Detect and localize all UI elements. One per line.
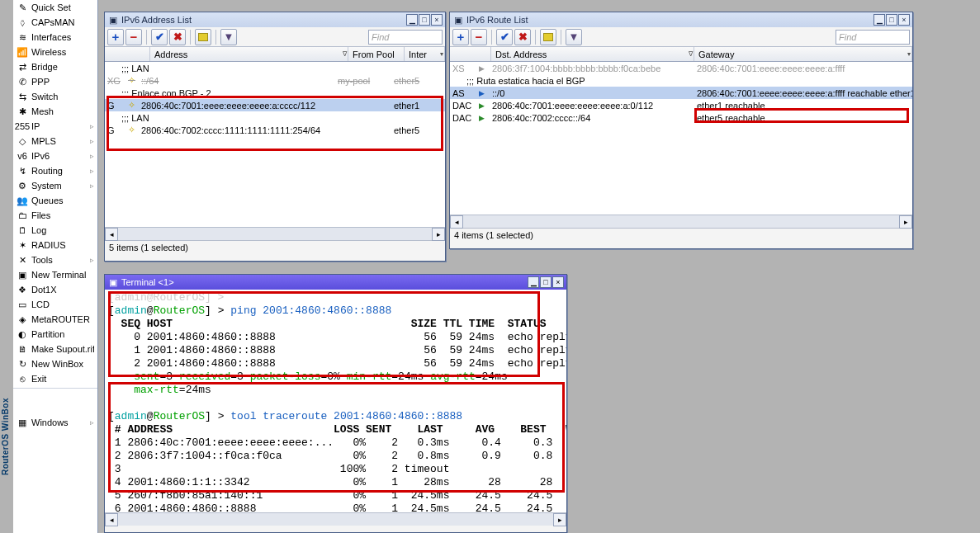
table-row[interactable]: DAC▶2806:40c:7001:eeee:eeee:eeee:a:0/112… <box>450 99 912 111</box>
menu-item-partition[interactable]: ◐Partition <box>13 327 97 342</box>
menu-item-windows[interactable]: ▦Windows▹ <box>13 415 97 430</box>
disable-button[interactable]: ✖ <box>169 29 186 45</box>
maximize-button[interactable]: □ <box>886 14 897 26</box>
app-title-vertical: RouterOS WinBox <box>1 398 10 475</box>
menu-icon: 🗀 <box>17 210 28 221</box>
menu-item-capsman[interactable]: ⎀CAPsMAN <box>13 15 97 30</box>
menu-icon: ✆ <box>17 76 28 87</box>
titlebar-route[interactable]: ▣ IPv6 Route List ▁ □ × <box>450 12 912 27</box>
col-from-pool[interactable]: From Pool <box>348 47 405 61</box>
comment-button[interactable] <box>540 29 556 45</box>
disable-button[interactable]: ✖ <box>514 29 531 45</box>
menu-item-log[interactable]: 🗒Log <box>13 223 97 238</box>
h-scroll[interactable]: ◂ ▸ <box>450 215 912 228</box>
maximize-button[interactable]: □ <box>419 14 430 26</box>
submenu-arrow-icon: ▹ <box>90 167 94 175</box>
menu-label: Windows <box>31 417 87 427</box>
menu-item-mpls[interactable]: ◇MPLS▹ <box>13 134 97 149</box>
terminal-body[interactable]: [admin@RouterOS] > [admin@RouterOS] > pi… <box>105 290 566 512</box>
menu-item-tools[interactable]: ✕Tools▹ <box>13 252 97 267</box>
table-row[interactable]: DAC▶2806:40c:7002:cccc::/64ether5 reacha… <box>450 111 912 124</box>
menu-item-new-terminal[interactable]: ▣New Terminal <box>13 267 97 282</box>
col-flag[interactable] <box>105 47 150 61</box>
menu-item-radius[interactable]: ✶RADIUS <box>13 238 97 252</box>
route-icon: ▶ <box>476 114 490 122</box>
col-interface[interactable]: Inter▾ <box>405 47 445 61</box>
menu-item-mesh[interactable]: ✱Mesh <box>13 104 97 119</box>
menu-item-system[interactable]: ⚙System▹ <box>13 178 97 193</box>
table-row[interactable]: G✧2806:40c:7001:eeee:eeee:eeee:a:cccc/11… <box>105 99 445 111</box>
minimize-button[interactable]: ▁ <box>873 14 885 26</box>
title-text: IPv6 Address List <box>121 15 406 25</box>
add-button[interactable]: + <box>107 29 124 45</box>
menu-icon: ❖ <box>17 284 28 295</box>
find-input[interactable]: Find <box>836 30 910 45</box>
menu-item-ppp[interactable]: ✆PPP <box>13 74 97 89</box>
add-button[interactable]: + <box>452 29 469 45</box>
table-row[interactable]: XS▶2806:3f7:1004:bbbb:bbbb:bbbb:f0ca:beb… <box>450 62 912 74</box>
menu-item-exit[interactable]: ⎋Exit <box>13 371 97 386</box>
menu-label: Queues <box>31 196 94 205</box>
status-route: 4 items (1 selected) <box>450 228 912 243</box>
h-scroll[interactable]: ◂ ▸ <box>105 227 445 240</box>
col-gateway[interactable]: Gateway▾ <box>694 47 912 61</box>
menu-item-new-winbox[interactable]: ↻New WinBox <box>13 356 97 371</box>
route-icon: ▶ <box>476 64 490 73</box>
menu-item-routing[interactable]: ↯Routing▹ <box>13 163 97 178</box>
comment-row[interactable]: ;;; LAN <box>105 111 445 124</box>
menu-item-quick-set[interactable]: ✎Quick Set <box>13 0 97 15</box>
status-address: 5 items (1 selected) <box>105 240 445 255</box>
menu-item-bridge[interactable]: ⇄Bridge <box>13 59 97 74</box>
filter-button[interactable]: ▼ <box>566 29 582 45</box>
scroll-left-icon[interactable]: ◂ <box>105 513 118 526</box>
table-row[interactable]: G✧2806:40c:7002:cccc:1111:1111:1111:254/… <box>105 124 445 136</box>
h-scroll[interactable]: ◂ ▸ <box>105 512 566 526</box>
menu-item-interfaces[interactable]: ≋Interfaces <box>13 30 97 45</box>
menu-item-dot1x[interactable]: ❖Dot1X <box>13 282 97 297</box>
menu-item-lcd[interactable]: ▭LCD <box>13 297 97 312</box>
menu-item-queues[interactable]: 👥Queues <box>13 193 97 208</box>
col-flag[interactable] <box>450 47 491 61</box>
menu-item-ipv6[interactable]: v6IPv6▹ <box>13 149 97 163</box>
submenu-arrow-icon: ▹ <box>90 418 94 427</box>
list-icon: ▣ <box>452 14 464 26</box>
menu-label: Log <box>31 225 94 235</box>
menu-item-files[interactable]: 🗀Files <box>13 208 97 223</box>
scroll-left-icon[interactable]: ◂ <box>450 215 463 229</box>
minimize-button[interactable]: ▁ <box>528 276 539 288</box>
close-button[interactable]: × <box>898 14 910 26</box>
comment-row[interactable]: ;;; LAN <box>105 62 445 74</box>
comment-row[interactable]: ;;; Ruta estatica hacia el BGP <box>450 74 912 87</box>
menu-item-switch[interactable]: ⇆Switch <box>13 89 97 104</box>
remove-button[interactable]: − <box>125 29 142 45</box>
close-button[interactable]: × <box>431 14 443 26</box>
enable-button[interactable]: ✔ <box>151 29 168 45</box>
menu-item-make-supout.rif[interactable]: 🗎Make Supout.rif <box>13 342 97 356</box>
table-row[interactable]: AS▶::/02806:40c:7001:eeee:eeee:eeee:a:ff… <box>450 87 912 99</box>
comment-button[interactable] <box>195 29 211 45</box>
comment-row[interactable]: ;;; Enlace con BGP - 2 <box>105 87 445 99</box>
scroll-right-icon[interactable]: ▸ <box>432 228 445 241</box>
maximize-button[interactable]: □ <box>540 276 552 288</box>
enable-button[interactable]: ✔ <box>496 29 513 45</box>
menu-item-metarouter[interactable]: ◈MetaROUTER <box>13 312 97 327</box>
menu-item-ip[interactable]: 255IP▹ <box>13 119 97 134</box>
find-input[interactable]: Find <box>368 30 443 45</box>
route-list-body[interactable]: XS▶2806:3f7:1004:bbbb:bbbb:bbbb:f0ca:beb… <box>450 62 912 215</box>
titlebar-terminal[interactable]: ▣ Terminal <1> ▁ □ × <box>105 275 566 290</box>
col-address[interactable]: Address∇ <box>150 47 348 61</box>
scroll-left-icon[interactable]: ◂ <box>105 228 118 241</box>
menu-label: Routing <box>31 166 87 176</box>
remove-button[interactable]: − <box>471 29 487 45</box>
table-row[interactable]: XG✧::/64my-poolether5 <box>105 74 445 87</box>
menu-item-wireless[interactable]: 📶Wireless <box>13 45 97 59</box>
titlebar-address[interactable]: ▣ IPv6 Address List ▁ □ × <box>105 12 445 27</box>
scroll-right-icon[interactable]: ▸ <box>899 215 912 229</box>
filter-button[interactable]: ▼ <box>220 29 237 45</box>
scroll-right-icon[interactable]: ▸ <box>553 513 566 526</box>
close-button[interactable]: × <box>552 276 564 288</box>
menu-icon: 👥 <box>17 195 28 206</box>
col-dst-address[interactable]: Dst. Address∇ <box>491 47 694 61</box>
minimize-button[interactable]: ▁ <box>406 14 418 26</box>
address-list-body[interactable]: ;;; LANXG✧::/64my-poolether5;;; Enlace c… <box>105 62 445 227</box>
